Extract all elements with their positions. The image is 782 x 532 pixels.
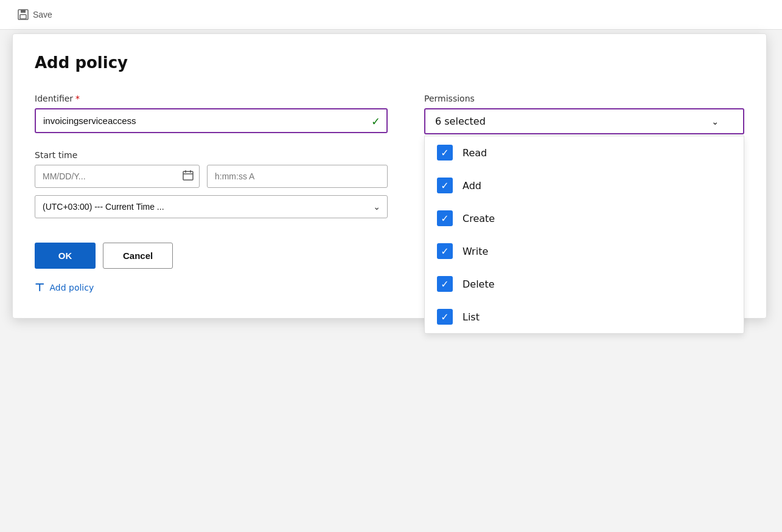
permission-item-delete[interactable]: ✓ Delete: [425, 268, 744, 300]
identifier-label: Identifier *: [35, 94, 388, 103]
buttons-row: OK Cancel: [35, 243, 388, 269]
permission-item-list[interactable]: ✓ List: [425, 300, 744, 333]
checkbox-list: ✓: [437, 309, 453, 325]
add-policy-link[interactable]: ⊤ Add policy: [35, 281, 388, 294]
date-input-wrapper: [35, 165, 200, 188]
permissions-selected-text: 6 selected: [435, 116, 486, 127]
svg-rect-2: [20, 15, 26, 19]
valid-check-icon: ✓: [371, 114, 380, 127]
datetime-row: [35, 165, 388, 188]
permission-label-read: Read: [463, 147, 487, 159]
permissions-chevron-icon: ⌄: [711, 117, 719, 126]
permission-item-write[interactable]: ✓ Write: [425, 235, 744, 268]
identifier-input[interactable]: [35, 108, 388, 133]
start-time-label: Start time: [35, 150, 388, 160]
permission-label-list: List: [463, 311, 480, 323]
time-input[interactable]: [207, 165, 388, 188]
permissions-label: Permissions: [424, 94, 744, 103]
date-input[interactable]: [35, 165, 200, 188]
save-label: Save: [33, 10, 52, 19]
checkbox-delete: ✓: [437, 276, 453, 292]
identifier-input-wrapper: ✓: [35, 108, 388, 133]
permission-label-write: Write: [463, 246, 488, 257]
permission-item-add[interactable]: ✓ Add: [425, 169, 744, 202]
checkbox-write: ✓: [437, 243, 453, 259]
form-layout: Identifier * ✓ Start time: [35, 94, 744, 294]
ok-button[interactable]: OK: [35, 243, 96, 269]
save-button[interactable]: Save: [12, 6, 57, 23]
permission-label-create: Create: [463, 213, 495, 224]
checkbox-read: ✓: [437, 145, 453, 161]
timezone-wrapper: (UTC+03:00) --- Current Time ... ⌄: [35, 195, 388, 218]
permission-label-add: Add: [463, 180, 481, 192]
timezone-select[interactable]: (UTC+03:00) --- Current Time ...: [35, 195, 388, 218]
add-policy-icon: ⊤: [35, 281, 44, 294]
calendar-icon: [183, 170, 194, 183]
svg-rect-1: [21, 10, 26, 13]
checkbox-create: ✓: [437, 210, 453, 226]
checkbox-add: ✓: [437, 178, 453, 193]
svg-rect-3: [183, 171, 193, 180]
permission-item-create[interactable]: ✓ Create: [425, 202, 744, 235]
form-right: Permissions 6 selected ⌄ ✓ Read: [424, 94, 744, 134]
permissions-dropdown-list: ✓ Read ✓ Add ✓ Create: [424, 136, 744, 334]
add-policy-dialog: Add policy Identifier * ✓ Start time: [12, 33, 767, 319]
start-time-section: Start time: [35, 150, 388, 218]
permissions-dropdown-trigger[interactable]: 6 selected ⌄: [424, 108, 744, 134]
cancel-button[interactable]: Cancel: [103, 243, 173, 269]
toolbar: Save: [0, 0, 782, 30]
required-indicator: *: [75, 94, 80, 103]
permission-item-read[interactable]: ✓ Read: [425, 136, 744, 169]
permission-label-delete: Delete: [463, 278, 495, 290]
save-icon: [17, 9, 29, 21]
identifier-field: Identifier * ✓: [35, 94, 388, 133]
form-left: Identifier * ✓ Start time: [35, 94, 388, 294]
dialog-title: Add policy: [35, 54, 744, 72]
permissions-field: 6 selected ⌄ ✓ Read ✓ A: [424, 108, 744, 134]
add-policy-text: Add policy: [49, 283, 94, 292]
